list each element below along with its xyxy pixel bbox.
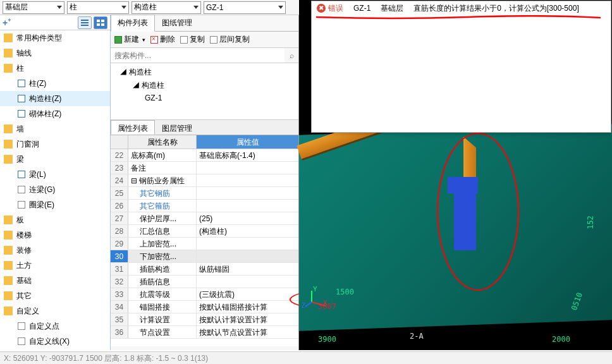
property-value[interactable] — [197, 238, 298, 250]
property-value[interactable] — [197, 162, 298, 174]
property-row[interactable]: 27保护层厚...(25) — [111, 212, 298, 225]
svg-rect-3 — [97, 20, 100, 22]
property-value[interactable]: 基础底标高(-1.4) — [197, 149, 298, 161]
property-row[interactable]: 34锚固搭接按默认锚固搭接计算 — [111, 301, 298, 313]
search-input[interactable] — [111, 48, 285, 63]
property-value[interactable]: 按默认节点设置计算 — [197, 326, 298, 338]
property-value[interactable] — [197, 174, 298, 186]
component-tree-leaf[interactable]: GZ-1 — [116, 92, 298, 104]
tree-item[interactable]: 基础 — [0, 273, 110, 288]
row-number: 30 — [111, 250, 128, 262]
property-row[interactable]: 31插筋构造纵筋锚固 — [111, 263, 298, 276]
tree-item[interactable]: 常用构件类型 — [0, 30, 110, 46]
type-dropdown[interactable]: 构造柱 — [132, 1, 201, 14]
property-name: 插筋构造 — [128, 263, 197, 275]
component-tree-node[interactable]: ◢ 构造柱 — [116, 66, 298, 79]
property-row[interactable]: 22底标高(m)基础底标高(-1.4) — [111, 149, 298, 162]
tree-item-label: 楼梯 — [16, 230, 32, 241]
tree-item[interactable]: 梁(L) — [0, 167, 110, 182]
property-value[interactable]: 纵筋锚固 — [197, 263, 298, 275]
error-component: GZ-1 — [353, 4, 370, 13]
error-label: 错误 — [328, 3, 343, 14]
svg-rect-1 — [81, 22, 89, 23]
row-number: 22 — [111, 149, 128, 161]
property-row[interactable]: 23备注 — [111, 162, 298, 174]
delete-button[interactable]: 删除 — [150, 34, 175, 45]
property-row[interactable]: 30下加密范... — [111, 250, 298, 263]
floor-dropdown[interactable]: 基础层 — [3, 1, 64, 14]
property-value[interactable] — [197, 200, 298, 212]
tree-item[interactable]: 柱 — [0, 61, 110, 76]
tree-item[interactable]: 轴线 — [0, 46, 110, 61]
grid-view-icon[interactable] — [94, 16, 107, 29]
tree-item[interactable]: 自定义点 — [0, 318, 110, 334]
tree-item[interactable]: 装修 — [0, 243, 110, 258]
property-name: 汇总信息 — [128, 225, 197, 237]
property-row[interactable]: 35计算设置按默认计算设置计算 — [111, 313, 298, 326]
property-value[interactable] — [197, 276, 298, 288]
chevron-down-icon — [57, 6, 62, 9]
component-tree[interactable]: ◢ 构造柱 ◢ 构造柱 GZ-1 — [111, 63, 298, 120]
tree-item[interactable]: 门窗洞 — [0, 136, 110, 152]
property-value[interactable]: 按默认计算设置计算 — [197, 313, 298, 325]
property-value[interactable] — [197, 187, 298, 199]
tree-item[interactable]: 自定义线(X) — [0, 334, 110, 349]
tree-item[interactable]: 楼梯 — [0, 228, 110, 243]
node-label: 构造柱 — [129, 68, 152, 76]
tree-item[interactable]: 自定义 — [0, 303, 110, 318]
component-dropdown[interactable]: GZ-1 — [204, 1, 286, 14]
node-label: GZ-1 — [145, 94, 162, 102]
component-tree-node[interactable]: ◢ 构造柱 — [116, 79, 298, 92]
tree-item-label: 板 — [16, 215, 24, 226]
property-row[interactable]: 36节点设置按默认节点设置计算 — [111, 326, 298, 339]
property-value[interactable]: (构造柱) — [197, 225, 298, 237]
left-tree-toolbar: ++ — [0, 15, 110, 30]
property-row[interactable]: 25其它钢筋 — [111, 187, 298, 200]
property-value[interactable]: (三级抗震) — [197, 288, 298, 300]
column-icon — [18, 80, 25, 87]
property-row[interactable]: 33抗震等级(三级抗震) — [111, 288, 298, 301]
floor-copy-button[interactable]: 层间复制 — [210, 34, 250, 45]
tree-item[interactable]: 柱(Z) — [0, 76, 110, 91]
tree-item[interactable]: 墙 — [0, 121, 110, 136]
property-name: 其它钢筋 — [128, 187, 197, 199]
category-dropdown[interactable]: 柱 — [67, 1, 129, 14]
tab-component-list[interactable]: 构件列表 — [111, 15, 155, 32]
header-value[interactable]: 属性值 — [197, 135, 298, 149]
tree-item[interactable]: 圈梁(E) — [0, 197, 110, 212]
tree-item[interactable]: 构造柱(Z) — [0, 91, 110, 106]
search-icon[interactable]: ⌕ — [285, 48, 298, 63]
header-name: 属性名称 — [128, 135, 197, 149]
property-row[interactable]: 29上加密范... — [111, 238, 298, 250]
svg-line-9 — [305, 302, 312, 308]
property-value[interactable]: (25) — [197, 212, 298, 224]
tab-label: 属性列表 — [118, 124, 148, 133]
property-row[interactable]: 24⊟ 钢筋业务属性 — [111, 174, 298, 187]
tree-item[interactable]: 砌体柱(Z) — [0, 106, 110, 121]
property-name: 计算设置 — [128, 313, 197, 325]
add-icon[interactable]: ++ — [3, 17, 11, 28]
tab-layer-mgmt[interactable]: 图层管理 — [155, 120, 199, 135]
tab-drawing-mgmt[interactable]: 图纸管理 — [155, 15, 199, 32]
tab-property-list[interactable]: 属性列表 — [111, 120, 155, 135]
svg-line-8 — [312, 302, 326, 306]
list-view-icon[interactable] — [78, 16, 92, 29]
tree-item[interactable]: 连梁(G) — [0, 182, 110, 197]
new-button[interactable]: 新建▾ — [114, 34, 145, 45]
tree-item[interactable]: 其它 — [0, 288, 110, 303]
row-number: 29 — [111, 238, 128, 250]
column-icon — [18, 337, 25, 345]
tree-item[interactable]: 梁 — [0, 152, 110, 167]
left-tree-panel: ++ 常用构件类型轴线柱柱(Z)构造柱(Z)砌体柱(Z)墙门窗洞梁梁(L)连梁(… — [0, 15, 111, 350]
property-name: 插筋信息 — [128, 276, 197, 288]
tree-item[interactable]: 板 — [0, 212, 110, 228]
property-row[interactable]: 28汇总信息(构造柱) — [111, 225, 298, 238]
copy-button[interactable]: 复制 — [180, 34, 205, 45]
property-row[interactable]: 32插筋信息 — [111, 276, 298, 288]
tree-item[interactable]: 土方 — [0, 258, 110, 273]
component-category-tree[interactable]: 常用构件类型轴线柱柱(Z)构造柱(Z)砌体柱(Z)墙门窗洞梁梁(L)连梁(G)圈… — [0, 30, 110, 350]
property-value[interactable] — [197, 250, 298, 262]
property-row[interactable]: 26其它箍筋 — [111, 200, 298, 212]
property-name: 下加密范... — [128, 250, 197, 262]
property-value[interactable]: 按默认锚固搭接计算 — [197, 301, 298, 313]
